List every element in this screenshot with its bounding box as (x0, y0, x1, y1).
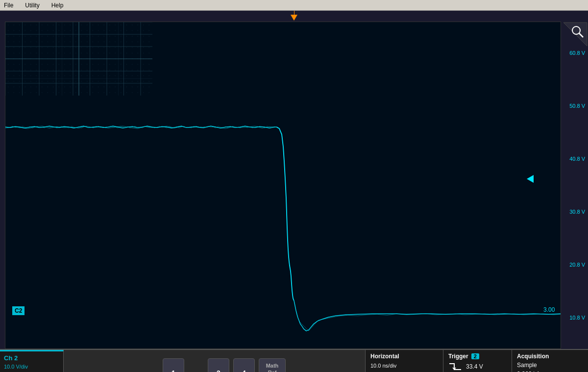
trigger-edge-icon (448, 362, 462, 372)
trigger-panel: Trigger 2 33.4 V (443, 350, 512, 372)
bottom-control-bar: Ch 2 10.0 V/div 500 MHz 1 3 4 (0, 349, 588, 372)
trigger-level-value: 33.4 V (466, 363, 483, 370)
channel-2-label: C2 (12, 306, 24, 315)
trigger-level-arrow (527, 175, 534, 183)
horizontal-sample-rate: SR: 2.50 GS/s (370, 371, 438, 372)
trigger-line (294, 11, 294, 15)
waveform: 3.00 (5, 22, 561, 348)
voltage-30: 30.8 V (562, 209, 587, 215)
trigger-indicator (291, 11, 297, 21)
ch3-button[interactable]: 3 (208, 358, 229, 372)
math-ref-bus-label: Math Ref Bus (266, 362, 279, 372)
magnifier-icon (563, 22, 588, 47)
trigger-arrow-down (291, 15, 297, 21)
trigger-title: Trigger 2 (448, 353, 507, 360)
waveform-display: 3.00 C2 (5, 22, 561, 349)
ch1-button[interactable]: 1 (163, 358, 184, 372)
ch2-title: Ch 2 (4, 354, 59, 362)
channel-select-area: 1 3 4 Math Ref Bus (64, 350, 365, 372)
horizontal-title: Horizontal (370, 353, 438, 360)
math-ref-bus-button[interactable]: Math Ref Bus (259, 358, 286, 372)
scope-display: 3.00 C2 60.8 V 50.8 V 40.8 V 30.8 V 20.8… (0, 11, 588, 349)
menu-bar: File Utility Help (0, 0, 588, 11)
ch4-button[interactable]: 4 (233, 358, 255, 372)
acquisition-title: Acquisition (517, 353, 583, 360)
acquisition-mode: Sample (517, 362, 583, 369)
svg-text:3.00: 3.00 (543, 306, 555, 313)
acquisition-panel: Acquisition Sample 3.366 kAcqs (512, 350, 588, 372)
voltage-50: 50.8 V (562, 103, 587, 109)
trigger-channel-badge: 2 (471, 353, 479, 359)
magnifier-area (563, 22, 588, 47)
horizontal-panel: Horizontal 10.0 ns/div SR: 2.50 GS/s RL:… (365, 350, 443, 372)
voltage-scale: 60.8 V 50.8 V 40.8 V 30.8 V 20.8 V 10.8 … (561, 22, 588, 349)
menu-utility[interactable]: Utility (23, 1, 41, 10)
horizontal-time-div: 10.0 ns/div (370, 362, 438, 371)
ch2-info-panel: Ch 2 10.0 V/div 500 MHz (0, 350, 64, 372)
trigger-details: 33.4 V (448, 362, 507, 372)
menu-file[interactable]: File (2, 1, 15, 10)
ch2-vdiv: 10.0 V/div (4, 363, 59, 371)
menu-help[interactable]: Help (49, 1, 66, 10)
voltage-20: 20.8 V (562, 262, 587, 268)
voltage-40: 40.8 V (562, 156, 587, 162)
voltage-10: 10.8 V (562, 315, 587, 321)
voltage-60: 60.8 V (562, 50, 587, 56)
